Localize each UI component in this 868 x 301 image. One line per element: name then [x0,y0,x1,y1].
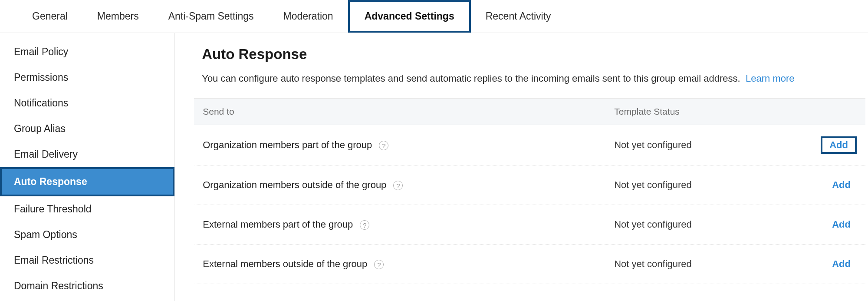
help-icon[interactable]: ? [374,260,384,269]
sidebar-item-auto-response[interactable]: Auto Response [0,167,174,196]
page-title: Auto Response [202,46,846,63]
row-status: Not yet configured [614,258,821,270]
help-icon[interactable]: ? [393,181,403,190]
table-row: Organization members part of the group ?… [194,125,865,165]
sidebar: Email Policy Permissions Notifications G… [0,33,175,301]
table-row: External members part of the group ? Not… [194,205,865,245]
add-button[interactable]: Add [826,177,857,193]
row-send-to: Organization members outside of the grou… [203,179,614,191]
table-row: External members outside of the group ? … [194,245,865,284]
row-send-to-text: External members part of the group [203,219,353,230]
row-send-to: External members outside of the group ? [203,258,614,270]
help-icon[interactable]: ? [379,141,388,150]
sidebar-item-permissions[interactable]: Permissions [0,65,174,90]
body: Email Policy Permissions Notifications G… [0,33,868,301]
sidebar-item-domain-restrictions[interactable]: Domain Restrictions [0,273,174,299]
row-action-cell: Add [821,216,857,233]
add-button[interactable]: Add [826,216,857,233]
sidebar-item-email-policy[interactable]: Email Policy [0,39,174,65]
table-header-row: Send to Template Status [194,99,865,125]
tab-recent-activity[interactable]: Recent Activity [471,0,566,33]
row-send-to: External members part of the group ? [203,219,614,230]
row-send-to: Organization members part of the group ? [203,139,614,151]
learn-more-link[interactable]: Learn more [746,73,795,84]
add-button[interactable]: Add [821,136,857,154]
row-send-to-text: External members outside of the group [203,258,367,269]
table-header-template-status: Template Status [614,106,821,117]
tab-members[interactable]: Members [82,0,154,33]
tab-general[interactable]: General [17,0,82,33]
sidebar-item-spam-options[interactable]: Spam Options [0,222,174,248]
row-status: Not yet configured [614,179,821,191]
table-header-action [821,106,857,117]
main-content: Auto Response You can configure auto res… [175,33,868,301]
page: General Members Anti-Spam Settings Moder… [0,0,868,301]
sidebar-item-notifications[interactable]: Notifications [0,90,174,116]
auto-response-table: Send to Template Status Organization mem… [194,98,865,284]
tab-moderation[interactable]: Moderation [269,0,348,33]
page-description-text: You can configure auto response template… [202,73,740,84]
row-action-cell: Add [821,177,857,193]
help-icon[interactable]: ? [360,220,369,230]
sidebar-item-email-delivery[interactable]: Email Delivery [0,142,174,167]
sidebar-item-email-restrictions[interactable]: Email Restrictions [0,248,174,273]
table-row: Organization members outside of the grou… [194,165,865,205]
row-status: Not yet configured [614,219,821,230]
add-button[interactable]: Add [826,256,857,272]
page-description: You can configure auto response template… [202,71,846,86]
row-action-cell: Add [821,256,857,272]
table-header-send-to: Send to [203,106,614,117]
top-tabbar: General Members Anti-Spam Settings Moder… [0,0,868,33]
tab-advanced-settings[interactable]: Advanced Settings [348,0,471,33]
row-status: Not yet configured [614,139,821,151]
sidebar-item-failure-threshold[interactable]: Failure Threshold [0,196,174,222]
row-send-to-text: Organization members outside of the grou… [203,179,386,190]
sidebar-item-group-alias[interactable]: Group Alias [0,116,174,142]
main-header: Auto Response You can configure auto res… [175,46,868,86]
tab-anti-spam-settings[interactable]: Anti-Spam Settings [154,0,269,33]
row-send-to-text: Organization members part of the group [203,139,372,150]
row-action-cell: Add [821,136,857,154]
